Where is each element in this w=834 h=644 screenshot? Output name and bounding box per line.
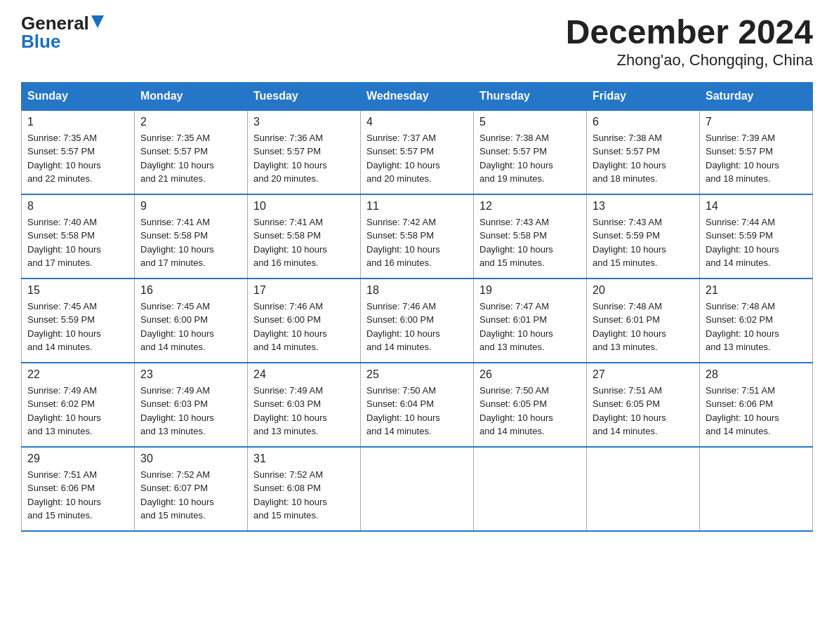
day-number: 8 bbox=[27, 200, 128, 213]
calendar-cell: 23 Sunrise: 7:49 AMSunset: 6:03 PMDaylig… bbox=[135, 363, 248, 447]
logo: General Blue bbox=[21, 14, 104, 51]
day-number: 1 bbox=[27, 116, 128, 128]
day-info: Sunrise: 7:36 AMSunset: 5:57 PMDaylight:… bbox=[253, 133, 327, 185]
day-number: 5 bbox=[479, 116, 581, 128]
day-info: Sunrise: 7:42 AMSunset: 5:58 PMDaylight:… bbox=[366, 217, 440, 269]
calendar-subtitle: Zhong'ao, Chongqing, China bbox=[566, 51, 813, 69]
calendar-cell: 3 Sunrise: 7:36 AMSunset: 5:57 PMDayligh… bbox=[248, 110, 361, 194]
calendar-cell bbox=[587, 447, 700, 531]
day-number: 2 bbox=[140, 116, 241, 128]
calendar-cell: 11 Sunrise: 7:42 AMSunset: 5:58 PMDaylig… bbox=[361, 194, 474, 279]
logo-triangle-icon bbox=[91, 15, 104, 28]
day-number: 28 bbox=[706, 368, 807, 381]
day-info: Sunrise: 7:52 AMSunset: 6:08 PMDaylight:… bbox=[253, 469, 327, 521]
calendar-header-friday: Friday bbox=[587, 82, 700, 110]
day-number: 27 bbox=[593, 368, 694, 381]
day-number: 12 bbox=[479, 200, 581, 213]
day-info: Sunrise: 7:37 AMSunset: 5:57 PMDaylight:… bbox=[366, 133, 440, 185]
day-number: 9 bbox=[140, 200, 241, 213]
calendar-cell: 28 Sunrise: 7:51 AMSunset: 6:06 PMDaylig… bbox=[700, 363, 813, 447]
calendar-cell: 31 Sunrise: 7:52 AMSunset: 6:08 PMDaylig… bbox=[248, 447, 361, 531]
calendar-cell: 20 Sunrise: 7:48 AMSunset: 6:01 PMDaylig… bbox=[587, 279, 700, 363]
day-number: 13 bbox=[593, 200, 694, 213]
calendar-header-row: SundayMondayTuesdayWednesdayThursdayFrid… bbox=[22, 82, 813, 110]
day-number: 24 bbox=[253, 368, 355, 381]
day-info: Sunrise: 7:39 AMSunset: 5:57 PMDaylight:… bbox=[706, 133, 779, 185]
calendar-table: SundayMondayTuesdayWednesdayThursdayFrid… bbox=[21, 82, 813, 532]
calendar-cell: 9 Sunrise: 7:41 AMSunset: 5:58 PMDayligh… bbox=[135, 194, 248, 279]
day-info: Sunrise: 7:51 AMSunset: 6:06 PMDaylight:… bbox=[706, 385, 779, 437]
day-info: Sunrise: 7:35 AMSunset: 5:57 PMDaylight:… bbox=[140, 133, 214, 185]
day-number: 6 bbox=[593, 116, 694, 128]
day-number: 11 bbox=[366, 200, 468, 213]
day-number: 15 bbox=[27, 284, 128, 297]
day-info: Sunrise: 7:38 AMSunset: 5:57 PMDaylight:… bbox=[593, 133, 666, 185]
calendar-cell: 24 Sunrise: 7:49 AMSunset: 6:03 PMDaylig… bbox=[248, 363, 361, 447]
calendar-cell: 22 Sunrise: 7:49 AMSunset: 6:02 PMDaylig… bbox=[22, 363, 135, 447]
calendar-cell: 1 Sunrise: 7:35 AMSunset: 5:57 PMDayligh… bbox=[22, 110, 135, 194]
calendar-cell: 12 Sunrise: 7:43 AMSunset: 5:58 PMDaylig… bbox=[474, 194, 587, 279]
day-info: Sunrise: 7:35 AMSunset: 5:57 PMDaylight:… bbox=[27, 133, 101, 185]
calendar-cell bbox=[700, 447, 813, 531]
calendar-week-row: 8 Sunrise: 7:40 AMSunset: 5:58 PMDayligh… bbox=[22, 194, 813, 279]
day-number: 19 bbox=[479, 284, 581, 297]
day-info: Sunrise: 7:48 AMSunset: 6:01 PMDaylight:… bbox=[593, 301, 666, 353]
calendar-cell: 18 Sunrise: 7:46 AMSunset: 6:00 PMDaylig… bbox=[361, 279, 474, 363]
day-info: Sunrise: 7:45 AMSunset: 5:59 PMDaylight:… bbox=[27, 301, 101, 353]
calendar-cell: 21 Sunrise: 7:48 AMSunset: 6:02 PMDaylig… bbox=[700, 279, 813, 363]
calendar-cell: 5 Sunrise: 7:38 AMSunset: 5:57 PMDayligh… bbox=[474, 110, 587, 194]
day-info: Sunrise: 7:43 AMSunset: 5:59 PMDaylight:… bbox=[593, 217, 666, 269]
calendar-header-wednesday: Wednesday bbox=[361, 82, 474, 110]
calendar-cell: 7 Sunrise: 7:39 AMSunset: 5:57 PMDayligh… bbox=[700, 110, 813, 194]
day-number: 23 bbox=[140, 368, 241, 381]
day-number: 14 bbox=[706, 200, 807, 213]
day-info: Sunrise: 7:46 AMSunset: 6:00 PMDaylight:… bbox=[366, 301, 440, 353]
day-number: 7 bbox=[706, 116, 807, 128]
calendar-header-thursday: Thursday bbox=[474, 82, 587, 110]
calendar-header-tuesday: Tuesday bbox=[248, 82, 361, 110]
calendar-cell: 16 Sunrise: 7:45 AMSunset: 6:00 PMDaylig… bbox=[135, 279, 248, 363]
logo-general: General bbox=[21, 14, 89, 32]
day-number: 17 bbox=[253, 284, 355, 297]
day-info: Sunrise: 7:49 AMSunset: 6:03 PMDaylight:… bbox=[253, 385, 327, 437]
calendar-week-row: 15 Sunrise: 7:45 AMSunset: 5:59 PMDaylig… bbox=[22, 279, 813, 363]
calendar-week-row: 29 Sunrise: 7:51 AMSunset: 6:06 PMDaylig… bbox=[22, 447, 813, 531]
calendar-cell bbox=[361, 447, 474, 531]
calendar-cell: 17 Sunrise: 7:46 AMSunset: 6:00 PMDaylig… bbox=[248, 279, 361, 363]
calendar-cell: 13 Sunrise: 7:43 AMSunset: 5:59 PMDaylig… bbox=[587, 194, 700, 279]
day-info: Sunrise: 7:41 AMSunset: 5:58 PMDaylight:… bbox=[140, 217, 214, 269]
calendar-header-sunday: Sunday bbox=[22, 82, 135, 110]
day-number: 18 bbox=[366, 284, 468, 297]
day-number: 3 bbox=[253, 116, 355, 128]
day-info: Sunrise: 7:44 AMSunset: 5:59 PMDaylight:… bbox=[706, 217, 779, 269]
day-info: Sunrise: 7:49 AMSunset: 6:03 PMDaylight:… bbox=[140, 385, 214, 437]
day-number: 4 bbox=[366, 116, 468, 128]
day-info: Sunrise: 7:47 AMSunset: 6:01 PMDaylight:… bbox=[479, 301, 553, 353]
day-info: Sunrise: 7:46 AMSunset: 6:00 PMDaylight:… bbox=[253, 301, 327, 353]
day-info: Sunrise: 7:38 AMSunset: 5:57 PMDaylight:… bbox=[479, 133, 553, 185]
day-number: 22 bbox=[27, 368, 128, 381]
calendar-cell: 27 Sunrise: 7:51 AMSunset: 6:05 PMDaylig… bbox=[587, 363, 700, 447]
calendar-cell: 6 Sunrise: 7:38 AMSunset: 5:57 PMDayligh… bbox=[587, 110, 700, 194]
day-number: 21 bbox=[706, 284, 807, 297]
title-area: December 2024 Zhong'ao, Chongqing, China bbox=[566, 14, 813, 69]
day-info: Sunrise: 7:52 AMSunset: 6:07 PMDaylight:… bbox=[140, 469, 214, 521]
day-info: Sunrise: 7:41 AMSunset: 5:58 PMDaylight:… bbox=[253, 217, 327, 269]
calendar-cell: 4 Sunrise: 7:37 AMSunset: 5:57 PMDayligh… bbox=[361, 110, 474, 194]
calendar-cell: 29 Sunrise: 7:51 AMSunset: 6:06 PMDaylig… bbox=[22, 447, 135, 531]
day-number: 20 bbox=[593, 284, 694, 297]
day-info: Sunrise: 7:51 AMSunset: 6:05 PMDaylight:… bbox=[593, 385, 666, 437]
calendar-cell: 10 Sunrise: 7:41 AMSunset: 5:58 PMDaylig… bbox=[248, 194, 361, 279]
day-number: 25 bbox=[366, 368, 468, 381]
day-info: Sunrise: 7:49 AMSunset: 6:02 PMDaylight:… bbox=[27, 385, 101, 437]
calendar-cell: 19 Sunrise: 7:47 AMSunset: 6:01 PMDaylig… bbox=[474, 279, 587, 363]
calendar-cell: 8 Sunrise: 7:40 AMSunset: 5:58 PMDayligh… bbox=[22, 194, 135, 279]
day-info: Sunrise: 7:45 AMSunset: 6:00 PMDaylight:… bbox=[140, 301, 214, 353]
day-number: 26 bbox=[479, 368, 581, 381]
logo-blue: Blue bbox=[21, 31, 60, 52]
day-info: Sunrise: 7:40 AMSunset: 5:58 PMDaylight:… bbox=[27, 217, 101, 269]
calendar-week-row: 22 Sunrise: 7:49 AMSunset: 6:02 PMDaylig… bbox=[22, 363, 813, 447]
calendar-cell: 2 Sunrise: 7:35 AMSunset: 5:57 PMDayligh… bbox=[135, 110, 248, 194]
calendar-cell: 15 Sunrise: 7:45 AMSunset: 5:59 PMDaylig… bbox=[22, 279, 135, 363]
calendar-title: December 2024 bbox=[566, 14, 813, 51]
